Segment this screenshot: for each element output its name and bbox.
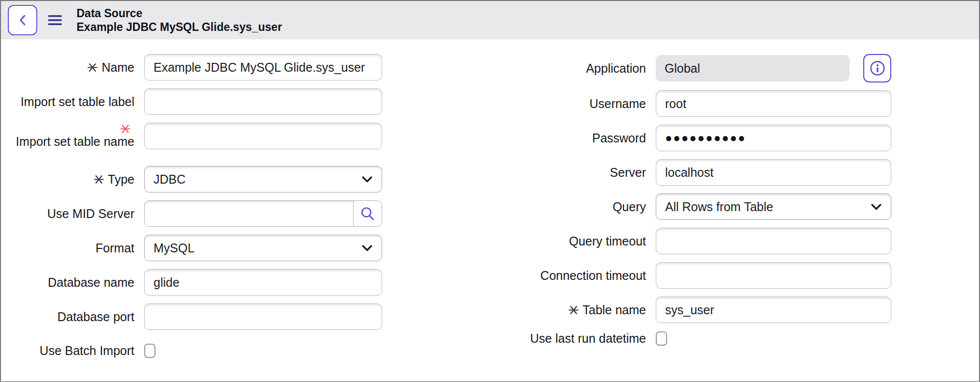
field-label-use-last-run-datetime: Use last run datetime [523, 331, 646, 346]
application-readonly-field: Global [656, 55, 850, 82]
field-label-query: Query [523, 199, 646, 214]
page-title: Data Source Example JDBC MySQL Glide.sys… [77, 6, 282, 34]
field-import-set-table-name [144, 123, 382, 149]
form-row-name: NameExample JDBC MySQL Glide.sys_user [16, 54, 408, 81]
field-label-text: Database name [48, 275, 134, 290]
asterisk-icon [120, 124, 130, 134]
field-use-mid-server [144, 200, 382, 227]
field-label-text: Use MID Server [47, 206, 134, 221]
field-value: root [665, 97, 686, 111]
field-label-text: Password [592, 131, 646, 145]
form-row-format: FormatMySQL [16, 235, 408, 261]
database-port-input[interactable] [144, 303, 382, 330]
field-label-name: Name [16, 60, 134, 75]
chevron-left-icon [17, 13, 28, 27]
form-row-database-name: Database nameglide [16, 269, 408, 296]
connection-timeout-input[interactable] [656, 262, 891, 289]
form-row-password: Password●●●●●●●●●● [523, 125, 980, 151]
form-row-server: Serverlocalhost [523, 159, 980, 186]
field-label-text: Import set table name [16, 134, 134, 149]
form-row-database-port: Database port [16, 303, 408, 330]
form-row-table-name: Table namesys_user [523, 297, 980, 323]
field-label-text: Table name [583, 302, 646, 317]
form-column-right: ApplicationGlobal UsernamerootPassword●●… [523, 54, 980, 354]
use-mid-server-lookup-button[interactable] [353, 201, 382, 226]
import-set-table-label-input[interactable] [144, 88, 382, 115]
field-use-last-run-datetime [656, 331, 891, 346]
use-batch-import-checkbox[interactable] [144, 344, 155, 358]
use-mid-server-input[interactable] [145, 201, 353, 226]
field-query: All Rows from Table [656, 193, 891, 220]
field-label-use-mid-server: Use MID Server [16, 206, 134, 221]
field-label-text: Server [610, 165, 646, 180]
data-source-form-page: Data Source Example JDBC MySQL Glide.sys… [0, 0, 980, 382]
username-input[interactable]: root [656, 90, 891, 117]
field-label-text: Type [108, 172, 134, 187]
form-row-query: QueryAll Rows from Table [523, 193, 980, 220]
field-label-use-batch-import: Use Batch Import [16, 343, 134, 358]
form-row-use-batch-import: Use Batch Import [16, 343, 408, 358]
use-mid-server-reference-field [144, 200, 382, 227]
form-header: Data Source Example JDBC MySQL Glide.sys… [1, 1, 979, 39]
field-label-text: Import set table label [21, 94, 134, 109]
database-name-input[interactable]: glide [144, 269, 382, 296]
type-select[interactable]: JDBC [144, 166, 382, 192]
query-timeout-input[interactable] [656, 228, 891, 254]
use-last-run-datetime-checkbox[interactable] [656, 331, 667, 346]
field-label-text: Application [586, 61, 646, 76]
form-body: NameExample JDBC MySQL Glide.sys_userImp… [1, 39, 979, 381]
field-label-format: Format [16, 241, 134, 255]
field-label-text: Use last run datetime [530, 331, 646, 346]
field-format: MySQL [144, 235, 382, 261]
field-label-username: Username [523, 96, 646, 111]
field-label-text: Connection timeout [541, 268, 646, 283]
field-query-timeout [656, 228, 891, 254]
form-row-application: ApplicationGlobal [523, 54, 980, 82]
field-username: root [656, 90, 891, 117]
record-type-title: Data Source [77, 6, 282, 20]
form-row-query-timeout: Query timeout [523, 228, 980, 254]
back-button[interactable] [8, 5, 37, 35]
field-label-import-set-table-label: Import set table label [16, 94, 134, 109]
table-name-input[interactable]: sys_user [656, 297, 891, 323]
name-input[interactable]: Example JDBC MySQL Glide.sys_user [144, 54, 382, 81]
field-application: Global [656, 54, 891, 82]
field-label-query-timeout: Query timeout [523, 234, 646, 248]
selected-option: All Rows from Table [665, 200, 773, 214]
field-label-database-port: Database port [16, 309, 134, 324]
field-value: Example JDBC MySQL Glide.sys_user [154, 60, 365, 75]
asterisk-icon [87, 62, 98, 73]
form-row-import-set-table-name: Import set table name [16, 123, 408, 149]
format-select[interactable]: MySQL [144, 235, 382, 261]
field-name: Example JDBC MySQL Glide.sys_user [144, 54, 382, 81]
field-database-port [144, 303, 382, 330]
record-name-title: Example JDBC MySQL Glide.sys_user [77, 20, 282, 34]
import-set-table-name-input[interactable] [144, 123, 382, 149]
hamburger-menu-button[interactable] [48, 14, 62, 26]
application-info-button[interactable] [863, 54, 891, 82]
field-label-text: Username [590, 96, 646, 111]
form-row-use-last-run-datetime: Use last run datetime [523, 331, 980, 346]
chevron-down-icon [361, 245, 373, 251]
form-row-username: Usernameroot [523, 90, 980, 117]
field-label-application: Application [523, 61, 646, 76]
field-label-table-name: Table name [523, 302, 646, 317]
server-input[interactable]: localhost [656, 159, 891, 186]
field-password: ●●●●●●●●●● [656, 125, 891, 151]
field-value: glide [154, 275, 180, 290]
field-import-set-table-label [144, 88, 382, 115]
field-label-text: Format [96, 241, 134, 255]
form-row-type: TypeJDBC [16, 166, 408, 192]
field-label-database-name: Database name [16, 275, 134, 290]
field-label-text: Query timeout [569, 234, 646, 248]
field-database-name: glide [144, 269, 382, 296]
field-value: localhost [665, 165, 714, 180]
field-value: Global [665, 61, 700, 76]
password-input[interactable]: ●●●●●●●●●● [656, 125, 891, 151]
field-server: localhost [656, 159, 891, 186]
field-table-name: sys_user [656, 297, 891, 323]
field-label-text: Use Batch Import [40, 343, 134, 358]
hamburger-icon [48, 14, 62, 26]
chevron-down-icon [871, 204, 882, 210]
query-select[interactable]: All Rows from Table [656, 193, 891, 220]
